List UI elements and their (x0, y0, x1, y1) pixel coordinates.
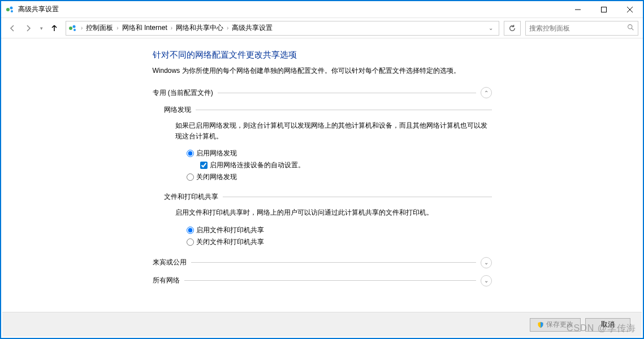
maximize-button[interactable] (591, 1, 617, 18)
radio-discovery-on[interactable]: 启用网络发现 (187, 149, 492, 158)
svg-point-7 (69, 27, 72, 30)
app-icon (6, 5, 15, 14)
profile-header-guest[interactable]: 来宾或公用 ⌄ (153, 257, 492, 268)
checkbox-auto-setup[interactable]: 启用网络连接设备的自动设置。 (200, 160, 492, 170)
recent-dropdown[interactable]: ▾ (37, 21, 45, 35)
svg-rect-4 (602, 7, 607, 12)
chevron-down-icon[interactable]: ⌄ (481, 275, 492, 286)
radio-fileshare-on[interactable]: 启用文件和打印机共享 (187, 225, 492, 235)
radio-fileshare-off[interactable]: 关闭文件和打印机共享 (187, 237, 492, 247)
forward-button (21, 21, 35, 35)
up-button[interactable] (47, 21, 61, 35)
profile-label: 来宾或公用 (153, 258, 187, 267)
refresh-button[interactable] (504, 21, 521, 36)
chevron-down-icon[interactable]: ⌄ (485, 25, 496, 31)
chevron-right-icon[interactable]: › (115, 25, 119, 31)
section-header-fileshare: 文件和打印机共享 (164, 192, 492, 202)
chevron-right-icon[interactable]: › (80, 25, 84, 31)
breadcrumb-item[interactable]: 网络和 Internet (120, 22, 170, 34)
chevron-right-icon[interactable]: › (170, 25, 174, 31)
page-subtext: Windows 为你所使用的每个网络创建单独的网络配置文件。你可以针对每个配置文… (153, 66, 492, 76)
svg-point-2 (11, 10, 13, 12)
svg-line-11 (632, 28, 633, 30)
address-bar[interactable]: › 控制面板 › 网络和 Internet › 网络和共享中心 › 高级共享设置… (66, 21, 499, 36)
chevron-down-icon[interactable]: ⌄ (481, 257, 492, 268)
shield-icon (537, 321, 544, 328)
discovery-desc: 如果已启用网络发现，则这台计算机可以发现网络上的其他计算机和设备，而且其他网络计… (175, 120, 492, 142)
svg-point-1 (10, 6, 13, 9)
profile-label: 专用 (当前配置文件) (153, 88, 213, 98)
svg-point-9 (74, 29, 76, 31)
search-icon[interactable] (627, 24, 634, 33)
chevron-up-icon[interactable]: ⌃ (481, 87, 492, 98)
breadcrumb-item[interactable]: 高级共享设置 (230, 22, 275, 34)
search-input[interactable] (529, 24, 627, 32)
fileshare-desc: 启用文件和打印机共享时，网络上的用户可以访问通过此计算机共享的文件和打印机。 (175, 207, 492, 218)
chevron-right-icon[interactable]: › (226, 25, 230, 31)
cancel-button[interactable]: 取消 (585, 318, 630, 332)
close-button[interactable] (617, 1, 643, 18)
profile-header-all[interactable]: 所有网络 ⌄ (153, 275, 492, 286)
breadcrumb-item[interactable]: 控制面板 (84, 22, 115, 34)
breadcrumb-item[interactable]: 网络和共享中心 (174, 22, 226, 34)
profile-label: 所有网络 (153, 276, 180, 285)
page-heading: 针对不同的网络配置文件更改共享选项 (153, 50, 492, 60)
minimize-button[interactable] (565, 1, 591, 18)
profile-header-private[interactable]: 专用 (当前配置文件) ⌃ (153, 87, 492, 98)
location-icon (68, 24, 77, 33)
svg-point-8 (73, 25, 76, 28)
search-box[interactable] (525, 21, 638, 36)
radio-discovery-off[interactable]: 关闭网络发现 (187, 172, 492, 182)
svg-point-0 (6, 8, 10, 11)
save-button[interactable]: 保存更改 (530, 318, 581, 332)
window-title: 高级共享设置 (18, 5, 565, 14)
back-button[interactable] (6, 21, 19, 35)
svg-point-10 (628, 24, 632, 28)
section-header-discovery: 网络发现 (164, 105, 492, 115)
